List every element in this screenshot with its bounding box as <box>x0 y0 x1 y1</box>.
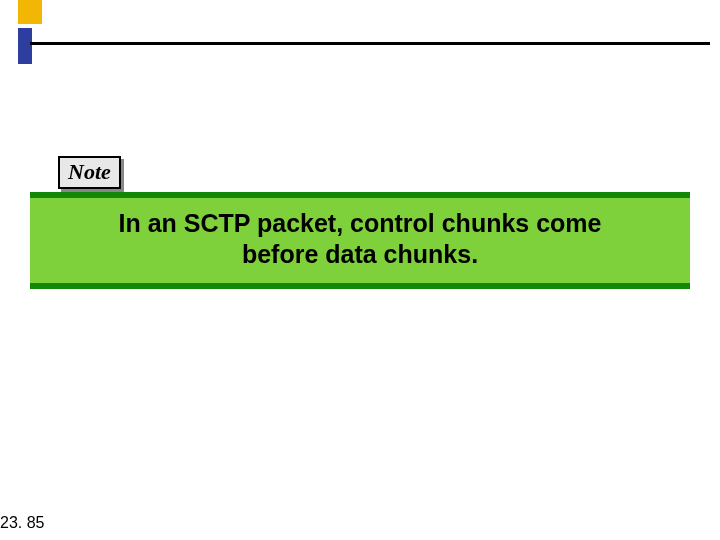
gold-square-icon <box>18 0 42 24</box>
banner-body: In an SCTP packet, control chunks come b… <box>30 198 690 283</box>
corner-ornament <box>18 0 58 64</box>
note-label-wrap: Note <box>58 156 121 189</box>
note-banner: In an SCTP packet, control chunks come b… <box>30 192 690 289</box>
banner-bottom-bar <box>30 283 690 289</box>
banner-line-2: before data chunks. <box>48 239 672 270</box>
blue-rect-icon <box>18 28 32 64</box>
banner-line-1: In an SCTP packet, control chunks come <box>48 208 672 239</box>
note-label: Note <box>58 156 121 189</box>
page-number: 23. 85 <box>0 514 44 532</box>
horizontal-rule <box>30 42 710 45</box>
